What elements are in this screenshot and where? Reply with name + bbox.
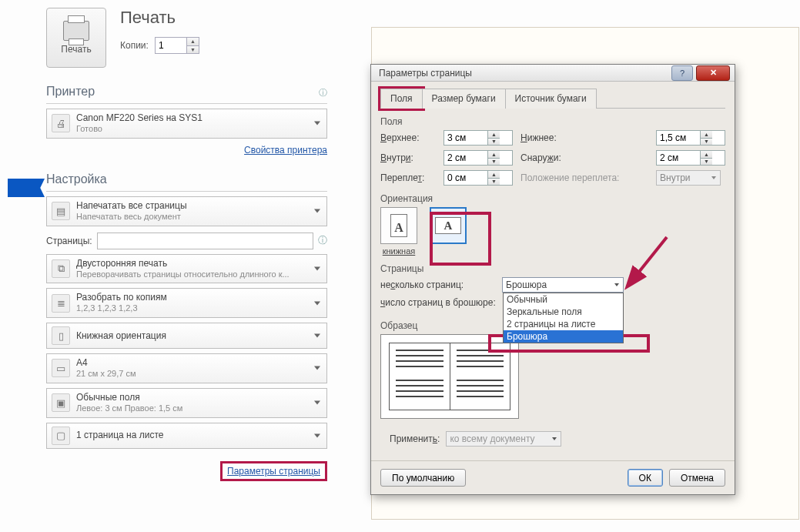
- orientation-icon: ▯: [52, 326, 70, 345]
- margins-sublabel: Левое: 3 см Правое: 1,5 см: [76, 403, 322, 414]
- margins-icon: ▣: [52, 393, 70, 412]
- defaults-button[interactable]: По умолчанию: [380, 469, 466, 487]
- chevron-down-icon: [314, 122, 320, 125]
- duplex-select[interactable]: ⧉ Двусторонняя печать Переворачивать стр…: [46, 254, 327, 284]
- dropdown-option[interactable]: Обычный: [504, 293, 623, 306]
- chevron-down-icon: [314, 266, 320, 270]
- margin-inside-label: Внутри:: [380, 152, 436, 163]
- paper-icon: ▭: [52, 359, 70, 377]
- collate-label: Разобрать по копиям: [76, 292, 322, 303]
- apply-to-value: ко всему документу: [450, 433, 534, 444]
- copies-label: Копии:: [120, 40, 149, 51]
- gutter-input[interactable]: ▲▼: [444, 170, 513, 186]
- apply-to-select[interactable]: ко всему документу: [446, 431, 561, 447]
- dropdown-option-selected[interactable]: Брошюра: [504, 330, 623, 343]
- print-range-select[interactable]: ▤ Напечатать все страницы Напечатать вес…: [46, 196, 327, 226]
- sheet-icon: ▢: [52, 427, 70, 445]
- orientation-select[interactable]: ▯ Книжная ориентация: [46, 323, 327, 349]
- gutter-label: Переплет:: [380, 172, 436, 183]
- booklet-sheets-label: число страниц в брошюре:: [380, 297, 496, 308]
- margin-inside-input[interactable]: ▲▼: [444, 150, 513, 166]
- spin-down-icon[interactable]: ▼: [187, 46, 199, 54]
- duplex-icon: ⧉: [52, 259, 70, 278]
- chevron-down-icon: [552, 437, 557, 440]
- print-range-sublabel: Напечатать весь документ: [76, 212, 322, 223]
- dialog-title: Параметры страницы: [379, 68, 472, 79]
- group-pages: Страницы: [380, 263, 423, 274]
- print-button[interactable]: Печать: [46, 8, 106, 68]
- collate-select[interactable]: ≣ Разобрать по копиям 1,2,3 1,2,3 1,2,3: [46, 288, 327, 318]
- chevron-down-icon: [314, 401, 320, 405]
- gutter-pos-label: Положение переплета:: [521, 172, 648, 183]
- group-sample: Образец: [380, 320, 417, 331]
- help-button[interactable]: ?: [671, 65, 693, 81]
- copies-input[interactable]: [156, 38, 186, 53]
- print-range-label: Напечатать все страницы: [76, 200, 322, 212]
- tab-source[interactable]: Источник бумаги: [505, 89, 597, 109]
- multi-pages-select[interactable]: Брошюра Обычный Зеркальные поля 2 страни…: [502, 277, 624, 293]
- printer-properties-link[interactable]: Свойства принтера: [244, 145, 327, 156]
- chevron-down-icon: [314, 433, 320, 437]
- print-title: Печать: [120, 8, 199, 28]
- printer-icon: [63, 21, 89, 41]
- cancel-button[interactable]: Отмена: [669, 469, 725, 487]
- gutter-pos-select: Внутри: [656, 170, 721, 186]
- chevron-down-icon: [314, 301, 320, 305]
- printer-heading: Принтер: [46, 85, 95, 99]
- tab-paper[interactable]: Размер бумаги: [422, 89, 506, 109]
- margin-bottom-label: Нижнее:: [521, 132, 648, 143]
- settings-heading: Настройка: [46, 172, 107, 186]
- chevron-down-icon: [314, 209, 320, 213]
- info-icon[interactable]: ⓘ: [319, 87, 327, 99]
- duplex-sublabel: Переворачивать страницы относительно дли…: [76, 269, 322, 280]
- dropdown-option[interactable]: Зеркальные поля: [504, 306, 623, 318]
- paper-size-select[interactable]: ▭ A4 21 см x 29,7 см: [46, 353, 327, 383]
- printer-status-icon: 🖨: [52, 114, 70, 132]
- sample-preview: [380, 334, 519, 419]
- chevron-down-icon: [314, 366, 320, 370]
- multi-pages-label: несколько страниц:: [380, 279, 496, 290]
- paper-sublabel: 21 см x 29,7 см: [76, 369, 322, 380]
- duplex-label: Двусторонняя печать: [76, 258, 322, 269]
- group-margins: Поля: [380, 116, 403, 127]
- collate-icon: ≣: [52, 294, 70, 313]
- print-panel: Печать Печать Копии: ▲ ▼ Принтер ⓘ 🖨 Can…: [46, 8, 327, 481]
- printer-select[interactable]: 🖨 Canon MF220 Series на SYS1 Готово: [46, 109, 327, 139]
- chevron-down-icon: [314, 334, 320, 338]
- margin-outside-input[interactable]: ▲▼: [656, 150, 725, 166]
- page-setup-link[interactable]: Параметры страницы: [227, 466, 320, 477]
- apply-to-label: Применить:: [390, 433, 440, 444]
- copies-spinner[interactable]: ▲ ▼: [155, 37, 199, 54]
- page-setup-dialog: Параметры страницы ? ✕ Поля Размер бумаг…: [370, 64, 735, 495]
- margin-bottom-input[interactable]: ▲▼: [656, 130, 725, 146]
- multi-pages-value: Брошюра: [506, 279, 547, 290]
- pages-label: Страницы:: [46, 236, 92, 246]
- pages-per-sheet-select[interactable]: ▢ 1 страница на листе: [46, 423, 327, 449]
- printer-status: Готово: [76, 124, 322, 135]
- collate-sublabel: 1,2,3 1,2,3 1,2,3: [76, 303, 322, 314]
- margin-top-input[interactable]: ▲▼: [444, 130, 513, 146]
- group-orientation: Ориентация: [380, 193, 433, 204]
- spin-up-icon[interactable]: ▲: [187, 38, 199, 46]
- dialog-titlebar[interactable]: Параметры страницы ? ✕: [371, 65, 735, 82]
- margin-outside-label: Снаружи:: [521, 152, 648, 163]
- paper-label: A4: [76, 357, 322, 369]
- info-icon[interactable]: ⓘ: [318, 234, 327, 247]
- orientation-label: Книжная ориентация: [76, 330, 322, 342]
- ppsheet-label: 1 страница на листе: [76, 430, 322, 441]
- margins-select[interactable]: ▣ Обычные поля Левое: 3 см Правое: 1,5 с…: [46, 388, 327, 418]
- print-button-label: Печать: [61, 44, 91, 55]
- bookmark-tab: [8, 179, 45, 197]
- tab-margins[interactable]: Поля: [380, 89, 423, 109]
- orient-portrait[interactable]: A книжная: [380, 207, 417, 256]
- margins-label: Обычные поля: [76, 392, 322, 403]
- multi-pages-dropdown[interactable]: Обычный Зеркальные поля 2 страницы на ли…: [503, 293, 624, 343]
- ok-button[interactable]: ОК: [628, 469, 663, 487]
- orient-landscape[interactable]: A: [430, 207, 467, 246]
- margin-top-label: Верхнее:: [380, 132, 436, 143]
- dropdown-option[interactable]: 2 страницы на листе: [504, 318, 623, 330]
- highlight-box: Параметры страницы: [220, 461, 327, 481]
- close-button[interactable]: ✕: [696, 65, 730, 81]
- pages-input[interactable]: [97, 233, 313, 249]
- pages-icon: ▤: [52, 202, 70, 220]
